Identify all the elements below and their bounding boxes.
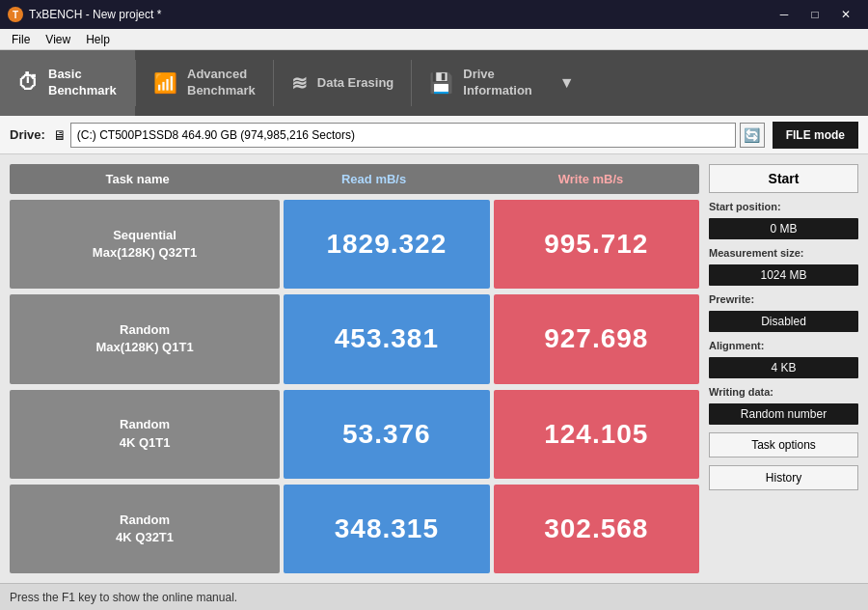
window-controls: ─ □ ✕ (770, 5, 860, 24)
drive-icon: 🖥 (53, 127, 67, 143)
drive-information-icon: 💾 (429, 71, 453, 95)
drive-select-container: 🖥 (C:) CT500P1SSD8 464.90 GB (974,985,21… (53, 123, 765, 148)
tab-advanced-benchmark-label: AdvancedBenchmark (187, 67, 256, 99)
measurement-size-label: Measurement size: (709, 247, 858, 259)
close-button[interactable]: ✕ (831, 5, 860, 24)
start-position-label: Start position: (709, 201, 858, 212)
toolbar: ⏱ BasicBenchmark 📶 AdvancedBenchmark ≋ D… (0, 50, 868, 116)
writing-data-label: Writing data: (709, 386, 858, 398)
row-label-1: RandomMax(128K) Q1T1 (10, 294, 280, 383)
title-bar: T TxBENCH - New project * ─ □ ✕ (0, 0, 868, 29)
status-bar: Press the F1 key to show the online manu… (0, 583, 868, 610)
row-read-1: 453.381 (284, 294, 489, 383)
tab-basic-benchmark-label: BasicBenchmark (48, 67, 117, 99)
minimize-button[interactable]: ─ (770, 5, 799, 24)
tab-basic-benchmark[interactable]: ⏱ BasicBenchmark (0, 50, 135, 116)
advanced-benchmark-icon: 📶 (153, 71, 177, 95)
measurement-size-value: 1024 MB (709, 264, 858, 286)
start-position-value: 0 MB (709, 218, 858, 239)
row-read-0: 1829.322 (284, 200, 489, 289)
start-button[interactable]: Start (709, 164, 858, 193)
row-label-0: SequentialMax(128K) Q32T1 (10, 200, 280, 289)
side-panel: Start Start position: 0 MB Measurement s… (709, 164, 858, 573)
col-task-name: Task name (10, 164, 265, 194)
prewrite-value: Disabled (709, 311, 858, 332)
status-text: Press the F1 key to show the online manu… (10, 591, 237, 604)
tab-drive-information-label: DriveInformation (463, 67, 532, 99)
data-erasing-icon: ≋ (291, 71, 308, 95)
file-mode-button[interactable]: FILE mode (773, 122, 858, 149)
prewrite-label: Prewrite: (709, 293, 858, 305)
basic-benchmark-icon: ⏱ (17, 70, 39, 96)
result-row-3: Random4K Q32T1 348.315 302.568 (10, 485, 699, 573)
col-read: Read mB/s (265, 164, 482, 194)
row-read-2: 53.376 (284, 390, 489, 479)
col-write: Write mB/s (482, 164, 699, 194)
main-content: Task name Read mB/s Write mB/s Sequentia… (0, 154, 868, 583)
tab-data-erasing[interactable]: ≋ Data Erasing (274, 50, 411, 116)
alignment-value: 4 KB (709, 357, 858, 378)
menu-help[interactable]: Help (78, 31, 118, 48)
row-write-1: 927.698 (494, 294, 699, 383)
results-header: Task name Read mB/s Write mB/s (10, 164, 699, 194)
window-title: TxBENCH - New project * (29, 8, 770, 21)
row-read-3: 348.315 (284, 485, 489, 573)
more-tabs-button[interactable]: ▼ (550, 50, 584, 116)
row-label-2: Random4K Q1T1 (10, 390, 280, 479)
tab-drive-information[interactable]: 💾 DriveInformation (412, 50, 550, 116)
alignment-label: Alignment: (709, 340, 858, 351)
result-row-0: SequentialMax(128K) Q32T1 1829.322 995.7… (10, 200, 699, 289)
drive-bar: Drive: 🖥 (C:) CT500P1SSD8 464.90 GB (974… (0, 116, 868, 154)
maximize-button[interactable]: □ (800, 5, 829, 24)
row-label-3: Random4K Q32T1 (10, 485, 280, 573)
row-write-2: 124.105 (494, 390, 699, 479)
menu-view[interactable]: View (38, 31, 78, 48)
menu-file[interactable]: File (4, 31, 38, 48)
result-row-2: Random4K Q1T1 53.376 124.105 (10, 390, 699, 479)
drive-select[interactable]: (C:) CT500P1SSD8 464.90 GB (974,985,216 … (70, 123, 736, 148)
tab-advanced-benchmark[interactable]: 📶 AdvancedBenchmark (136, 50, 273, 116)
tab-data-erasing-label: Data Erasing (317, 75, 393, 92)
row-write-3: 302.568 (494, 485, 699, 573)
app-icon: T (8, 7, 23, 22)
result-row-1: RandomMax(128K) Q1T1 453.381 927.698 (10, 294, 699, 383)
results-panel: Task name Read mB/s Write mB/s Sequentia… (10, 164, 699, 573)
menu-bar: File View Help (0, 29, 868, 50)
drive-label: Drive: (10, 127, 45, 142)
writing-data-value: Random number (709, 403, 858, 425)
task-options-button[interactable]: Task options (709, 432, 858, 458)
history-button[interactable]: History (709, 465, 858, 490)
drive-refresh-button[interactable]: 🔄 (740, 123, 765, 148)
row-write-0: 995.712 (494, 200, 699, 289)
